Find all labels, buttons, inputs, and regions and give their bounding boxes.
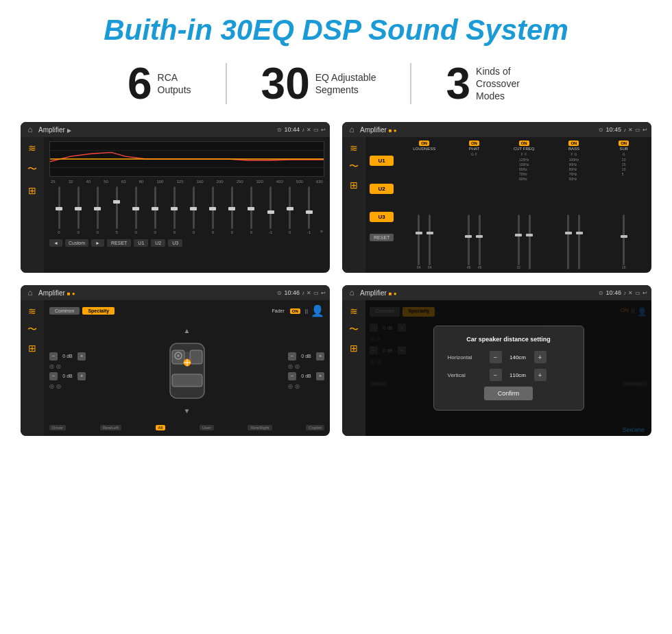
eq-slider-11[interactable]: 0 [243,186,259,234]
eq-icon[interactable]: ≋ [28,143,36,154]
tab-common[interactable]: Common [49,307,80,315]
dialog-overlay: Car speaker distance setting Horizontal … [365,300,651,436]
u2-btn[interactable]: U2 [370,184,394,194]
cutfreq-slider-1[interactable]: 32 [514,215,523,269]
eq-icon-3[interactable]: ≋ [28,306,36,317]
back-icon[interactable]: ↩ [321,127,326,133]
wave-icon-3[interactable]: 〜 [27,324,37,336]
bass-slider-1[interactable] [564,215,573,269]
home-icon-4[interactable]: ⌂ [346,287,357,298]
driver-btn[interactable]: Driver [49,425,66,430]
freq-250: 250 [237,180,243,184]
screen1-status-icons: ⊙ 10:44 ♪ ✕ ▭ ↩ [277,126,326,133]
u1-button[interactable]: U1 [134,239,148,247]
wave-icon[interactable]: 〜 [27,163,37,175]
loudness-slider-2[interactable]: 64 [426,215,434,269]
u3-button[interactable]: U3 [168,239,182,247]
crossover-icon-3[interactable]: ⊞ [28,343,36,354]
fl-plus[interactable]: + [77,352,86,361]
tab-specialty[interactable]: Specialty [82,307,115,315]
fl-minus[interactable]: − [49,352,58,361]
sub-slider-1[interactable]: 16 [620,215,628,269]
loudness-slider-1[interactable]: 64 [415,215,423,269]
loudness-on[interactable]: ON [419,141,429,146]
phat-slider-2[interactable]: 48 [475,215,483,269]
fr-db-row: − 0 dB + [288,352,324,361]
fl-db-row: − 0 dB + [49,352,86,361]
wave-icon-4[interactable]: 〜 [349,324,359,336]
freq-40: 40 [86,180,91,184]
crossover-icon-2[interactable]: ⊞ [350,180,358,191]
eq-slider-14[interactable]: -1 [301,186,317,234]
user-btn[interactable]: User [200,425,214,430]
home-icon-2[interactable]: ⌂ [346,124,357,135]
eq-slider-7[interactable]: 0 [166,186,182,234]
screen2-time: 10:45 [605,126,621,133]
screen1-bottom: ◄ Custom ► RESET U1 U2 U3 [49,237,324,249]
screen-icon-4: ▭ [635,290,640,296]
screen-icon-3: ▭ [313,290,319,296]
all-btn[interactable]: All [156,425,166,430]
eq-slider-3[interactable]: 0 [89,186,106,234]
eq-slider-4[interactable]: 5 [108,186,125,234]
fr-plus[interactable]: + [316,352,324,361]
horizontal-minus[interactable]: − [490,351,502,363]
rl-minus[interactable]: − [49,372,58,380]
eq-slider-8[interactable]: 0 [185,186,202,234]
horizontal-plus[interactable]: + [534,351,547,363]
screen3-main: Common Specialty Fader ON || 👤 − [44,300,330,436]
reset-button[interactable]: RESET [107,239,131,247]
bass-on[interactable]: ON [568,141,579,146]
freq-160: 160 [197,180,204,184]
eq-slider-1[interactable]: 0 [51,186,67,234]
screen1-time: 10:44 [284,126,300,133]
home-icon-3[interactable]: ⌂ [25,287,36,298]
eq-slider-10[interactable]: 0 [224,186,240,234]
eq-slider-12[interactable]: -1 [263,186,279,234]
back-icon-2[interactable]: ↩ [643,127,647,133]
bass-slider-2[interactable] [575,215,584,269]
freq-400: 400 [276,180,283,184]
wave-icon-2[interactable]: 〜 [349,160,359,173]
copilot-btn[interactable]: Copilot [306,425,324,430]
close-icon-4: ✕ [628,290,633,296]
screen1-title: Amplifier ▶ [38,126,274,134]
phat-label: PHAT [469,147,480,151]
cutfreq-on[interactable]: ON [519,141,529,146]
eq-icon-4[interactable]: ≋ [350,306,358,317]
phat-slider-1[interactable]: 48 [464,215,472,269]
u2-button[interactable]: U2 [151,239,165,247]
sub-on[interactable]: ON [619,141,629,146]
back-icon-4[interactable]: ↩ [643,290,647,296]
reset-btn-2[interactable]: RESET [370,234,394,241]
rearright-btn[interactable]: RearRight [248,425,272,430]
eq-slider-13[interactable]: 0 [282,186,298,234]
sub-section: ON SUB G 2015105 16 [600,141,647,269]
crossover-icon-4[interactable]: ⊞ [350,343,358,354]
next-button[interactable]: ► [91,239,104,247]
vertical-plus[interactable]: + [534,369,547,381]
back-icon-3[interactable]: ↩ [321,290,326,296]
scroll-right-arrow[interactable]: » [320,228,323,234]
eq-slider-6[interactable]: 0 [147,186,163,234]
fr-minus[interactable]: − [288,352,296,361]
rearleft-btn[interactable]: RearLeft [100,425,121,430]
u1-btn[interactable]: U1 [370,156,394,166]
home-icon[interactable]: ⌂ [25,124,36,135]
screen3-sidebar: ≋ 〜 ⊞ [21,300,44,436]
rl-plus[interactable]: + [77,372,86,380]
eq-icon-2[interactable]: ≋ [350,143,358,154]
eq-slider-9[interactable]: 0 [204,186,221,234]
cutfreq-slider-2[interactable] [525,215,533,269]
vertical-minus[interactable]: − [490,369,502,381]
phat-on[interactable]: ON [469,141,479,146]
rr-plus[interactable]: + [316,372,324,380]
fl-db-val: 0 dB [59,354,76,358]
crossover-icon[interactable]: ⊞ [28,185,36,196]
eq-slider-2[interactable]: 0 [70,186,86,234]
rr-minus[interactable]: − [288,372,296,380]
prev-button[interactable]: ◄ [49,239,62,247]
u3-btn[interactable]: U3 [370,212,394,222]
eq-slider-5[interactable]: 0 [128,186,144,234]
confirm-button[interactable]: Confirm [484,387,533,400]
